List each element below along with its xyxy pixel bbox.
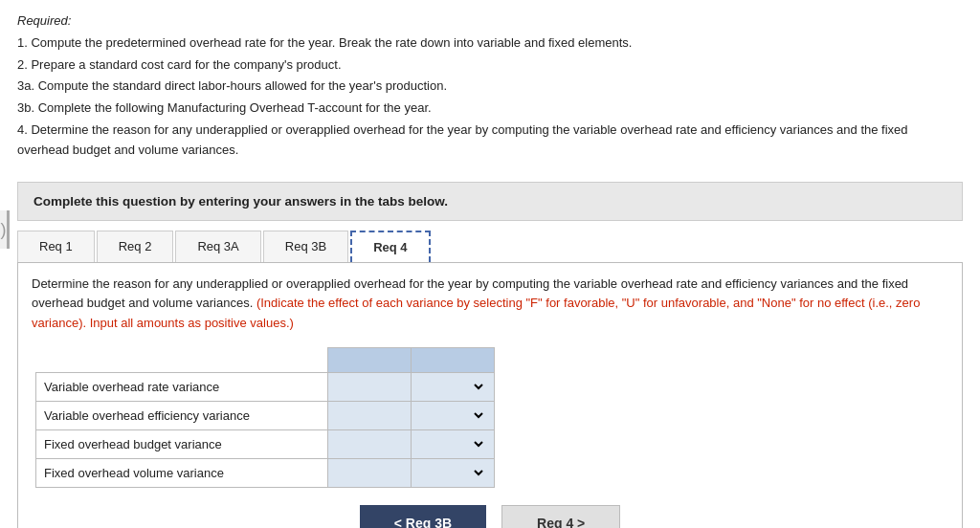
row4-effect-cell[interactable]: F U None [411,458,494,487]
required-item-4: 4. Determine the reason for any underapp… [17,121,963,161]
complete-banner: Complete this question by entering your … [17,182,963,221]
required-item-3b: 3b. Complete the following Manufacturing… [17,99,963,119]
row3-amount-input[interactable] [336,437,403,451]
row3-amount-cell[interactable] [327,429,411,458]
row4-amount-input[interactable] [336,466,403,480]
table-row: Fixed overhead budget variance F U None [36,429,495,458]
required-section: Required: 1. Compute the predetermined o… [0,0,980,172]
left-indicator: ) [0,210,10,249]
row3-effect-select[interactable]: F U None [419,436,486,452]
tab-req4[interactable]: Req 4 [350,231,430,262]
tab-req3a-label: Req 3A [197,239,238,253]
nav-buttons: < Req 3B Req 4 > [32,505,948,528]
required-heading: Required: [17,11,963,32]
variance-table: Variable overhead rate variance F U None [35,347,495,488]
next-button-label: Req 4 > [537,516,585,528]
row2-effect-select[interactable]: F U None [419,407,486,424]
row1-amount-cell[interactable] [327,372,411,401]
next-button[interactable]: Req 4 > [501,505,620,528]
col-header-label [36,347,328,372]
row1-effect-cell[interactable]: F U None [411,372,494,401]
row4-effect-select[interactable]: F U None [419,465,486,481]
tab-req3b[interactable]: Req 3B [263,231,348,262]
row4-label: Fixed overhead volume variance [36,458,328,487]
row3-label: Fixed overhead budget variance [36,429,328,458]
col-header-effect [411,347,494,372]
tabs-row: Req 1 Req 2 Req 3A Req 3B Req 4 [17,231,963,263]
prev-button-label: < Req 3B [394,516,452,528]
prev-button[interactable]: < Req 3B [360,505,486,528]
row1-effect-select[interactable]: F U None [419,379,486,395]
row2-label: Variable overhead efficiency variance [36,401,328,429]
tab-req1[interactable]: Req 1 [17,231,95,262]
tab-req3a[interactable]: Req 3A [175,231,260,262]
required-item-3a: 3a. Compute the standard direct labor-ho… [17,77,963,97]
table-row: Variable overhead rate variance F U None [36,372,495,401]
tab-req1-label: Req 1 [39,239,73,253]
row2-amount-input[interactable] [336,408,403,423]
row2-amount-cell[interactable] [327,401,411,429]
tab-description: Determine the reason for any underapplie… [32,275,948,334]
banner-text: Complete this question by entering your … [33,194,448,209]
tab-req4-label: Req 4 [373,240,407,254]
required-item-2: 2. Prepare a standard cost card for the … [17,55,963,76]
row3-effect-cell[interactable]: F U None [411,429,494,458]
required-item-1: 1. Compute the predetermined overhead ra… [17,33,963,54]
tab-req3b-label: Req 3B [285,239,326,253]
tab-req2[interactable]: Req 2 [97,231,174,262]
row4-amount-cell[interactable] [327,458,411,487]
tab-req2-label: Req 2 [119,239,152,253]
row2-effect-cell[interactable]: F U None [411,401,494,429]
table-row: Fixed overhead volume variance F U None [36,458,495,487]
tab-content-req4: Determine the reason for any underapplie… [17,263,963,528]
row1-amount-input[interactable] [336,380,403,394]
col-header-amount [327,347,411,372]
table-row: Variable overhead efficiency variance F … [36,401,495,429]
row1-label: Variable overhead rate variance [36,372,328,401]
